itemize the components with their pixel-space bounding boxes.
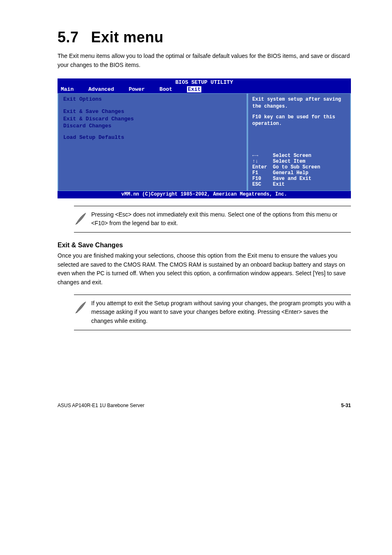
nav-label-exit: Exit bbox=[273, 182, 285, 187]
nav-key-f10: F10 bbox=[252, 176, 273, 182]
nav-label-help: General Help bbox=[273, 170, 308, 176]
note-block-1: Pressing <Esc> does not immediately exit… bbox=[74, 206, 351, 233]
chapter-number: 5.7 bbox=[58, 29, 79, 46]
tab-boot[interactable]: Boot bbox=[159, 86, 172, 92]
note-block-2: If you attempt to exit the Setup program… bbox=[74, 295, 351, 330]
tab-exit[interactable]: Exit bbox=[187, 86, 201, 92]
bios-footer: vMM.nn (C)Copyright 1985-2002, American … bbox=[58, 191, 351, 198]
nav-label-select-item: Select Item bbox=[273, 159, 305, 164]
tab-power[interactable]: Power bbox=[129, 86, 145, 92]
note-text-1: Pressing <Esc> does not immediately exit… bbox=[91, 210, 351, 228]
note-text-2: If you attempt to exit the Setup program… bbox=[91, 299, 351, 326]
footer-page-number: 5-31 bbox=[341, 403, 351, 408]
bios-help-pane: Exit system setup after saving the chang… bbox=[247, 94, 351, 190]
bios-tab-bar: Main Advanced Power Boot Exit bbox=[58, 85, 351, 93]
footer-left: ASUS AP140R-E1 1U Barebone Server bbox=[58, 403, 144, 408]
quill-icon bbox=[74, 300, 89, 315]
nav-key-f1: F1 bbox=[252, 170, 273, 176]
menu-exit-discard[interactable]: Exit & Discard Changes bbox=[63, 115, 242, 123]
nav-label-sub-screen: Go to Sub Screen bbox=[273, 164, 320, 170]
exit-options-heading: Exit Options bbox=[63, 96, 242, 102]
tab-main[interactable]: Main bbox=[61, 86, 74, 92]
quill-icon bbox=[74, 211, 89, 226]
menu-exit-save[interactable]: Exit & Save Changes bbox=[63, 108, 242, 115]
note-icon bbox=[74, 210, 91, 228]
nav-key-lr: ←→ bbox=[252, 153, 273, 159]
chapter-title-text: Exit menu bbox=[91, 29, 164, 46]
nav-key-ud: ↑↓ bbox=[252, 159, 273, 164]
intro-paragraph: The Exit menu items allow you to load th… bbox=[58, 52, 351, 69]
page-footer: ASUS AP140R-E1 1U Barebone Server 5-31 bbox=[58, 400, 351, 408]
nav-key-enter: Enter bbox=[252, 164, 273, 170]
nav-label-save-exit: Save and Exit bbox=[273, 176, 311, 182]
help-line-2: F10 key can be used for this operation. bbox=[252, 114, 347, 127]
note-icon bbox=[74, 299, 91, 316]
menu-load-defaults[interactable]: Load Setup Defaults bbox=[63, 134, 242, 141]
bios-window: BIOS SETUP UTILITY Main Advanced Power B… bbox=[58, 78, 351, 198]
bios-title: BIOS SETUP UTILITY bbox=[58, 78, 351, 85]
chapter-heading: 5.7Exit menu bbox=[58, 29, 351, 46]
section-heading: Exit & Save Changes bbox=[58, 242, 351, 249]
section-paragraph: Once you are finished making your select… bbox=[58, 251, 351, 287]
bios-left-pane: Exit Options Exit & Save Changes Exit & … bbox=[58, 94, 247, 190]
nav-label-select-screen: Select Screen bbox=[273, 153, 311, 159]
help-line-1: Exit system setup after saving the chang… bbox=[252, 96, 347, 109]
bios-nav-legend: ←→Select Screen ↑↓Select Item EnterGo to… bbox=[252, 153, 347, 187]
menu-discard[interactable]: Discard Changes bbox=[63, 122, 242, 130]
bios-body: Exit Options Exit & Save Changes Exit & … bbox=[58, 93, 351, 191]
tab-advanced[interactable]: Advanced bbox=[88, 86, 114, 92]
nav-key-esc: ESC bbox=[252, 182, 273, 187]
